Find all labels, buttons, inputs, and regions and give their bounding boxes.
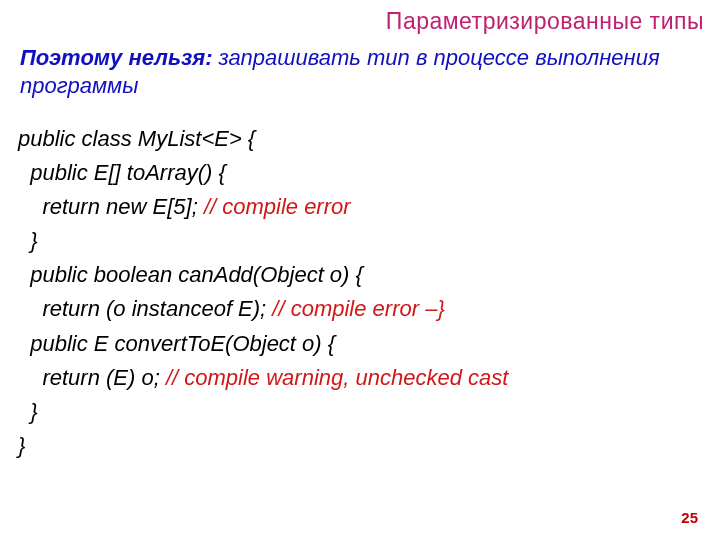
- lead-paragraph: Поэтому нельзя: запрашивать тип в процес…: [20, 44, 700, 99]
- code-comment: // compile error: [204, 194, 351, 219]
- code-line: public E convertToE(Object o) {: [18, 331, 335, 356]
- code-line: return new E[5];: [18, 194, 204, 219]
- code-line: }: [18, 399, 38, 424]
- code-line: return (o instanceof E);: [18, 296, 272, 321]
- code-line: }: [18, 228, 38, 253]
- code-comment: // compile error –}: [272, 296, 444, 321]
- slide-title: Параметризированные типы: [386, 8, 704, 35]
- page-number: 25: [681, 509, 698, 526]
- code-line: public E[] toArray() {: [18, 160, 226, 185]
- code-line: }: [18, 433, 25, 458]
- code-comment: // compile warning, unchecked cast: [166, 365, 508, 390]
- code-block: public class MyList<E> { public E[] toAr…: [18, 122, 702, 463]
- code-line: public class MyList<E> {: [18, 126, 255, 151]
- code-line: return (E) o;: [18, 365, 166, 390]
- lead-strong: Поэтому нельзя:: [20, 45, 213, 70]
- code-line: public boolean canAdd(Object o) {: [18, 262, 363, 287]
